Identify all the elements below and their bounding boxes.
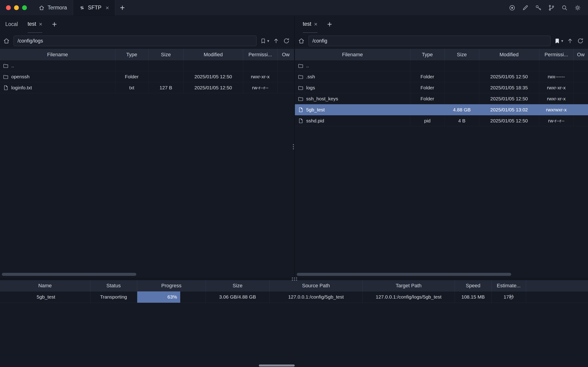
table-row[interactable]: logs Folder 2025/01/05 18:35 rwxr-xr-x [295,82,588,93]
refresh-button[interactable] [283,37,290,44]
permissions-cell: rwxr-xr-x [539,93,573,104]
size-cell [148,71,183,82]
bookmark-button[interactable]: ▾ [554,38,563,44]
owner-cell [573,93,588,104]
folder-icon [298,96,304,102]
close-tab-icon[interactable]: × [314,21,317,27]
type-cell: txt [115,82,148,93]
permissions-cell: rwxrwxr-x [539,104,573,115]
column-header-progress[interactable]: Progress [137,280,206,291]
key-icon [535,4,542,11]
bookmark-filled-icon [554,38,560,44]
right-pane-tabs: test × + [295,16,588,33]
gear-icon [574,4,581,11]
minimize-window-button[interactable] [14,5,19,10]
column-header-owner[interactable]: Ow [573,49,588,60]
refresh-button[interactable] [577,37,584,44]
column-header-filename[interactable]: Filename [295,49,410,60]
table-row[interactable]: sshd.pid pid 4 B 2025/01/05 12:50 rw-r--… [295,115,588,126]
filename-label: ssh_host_keys [306,96,338,101]
tab-sftp[interactable]: SFTP × [73,0,115,15]
branch-button[interactable] [547,4,555,12]
new-pane-tab-button[interactable]: + [52,16,57,33]
size-cell [444,60,479,71]
transfer-speed-cell: 108.15 MB [455,291,491,303]
tab-test-left[interactable]: test × [28,16,42,33]
home-button[interactable] [298,37,305,45]
refresh-icon [577,37,584,44]
column-header-estimate[interactable]: Estimate... [491,280,526,291]
close-tab-icon[interactable]: × [105,5,109,11]
parent-directory-button[interactable] [567,37,573,44]
record-button[interactable] [508,4,516,12]
table-row[interactable]: .ssh Folder 2025/01/05 12:50 rwx------ [295,71,588,82]
path-input[interactable] [308,36,551,46]
folder-icon [298,74,304,80]
search-button[interactable] [561,4,569,12]
table-row[interactable]: ssh_host_keys Folder 2025/01/05 12:50 rw… [295,93,588,104]
table-row[interactable]: .. [0,60,294,71]
table-row[interactable]: .. [295,60,588,71]
column-header-name[interactable]: Name [0,280,90,291]
path-input[interactable] [14,36,256,46]
splitter-drag-handle[interactable] [292,277,297,281]
new-window-tab-button[interactable]: + [115,0,129,15]
column-header-size[interactable]: Size [444,49,479,60]
column-header-size[interactable]: Size [148,49,183,60]
size-cell [444,82,479,93]
permissions-cell: rwx------ [539,71,573,82]
filename-label: .ssh [306,74,315,79]
column-header-speed[interactable]: Speed [455,280,491,291]
column-header-owner[interactable]: Ow [277,49,294,60]
column-header-type[interactable]: Type [410,49,444,60]
edit-button[interactable] [521,4,529,12]
transfer-source-cell: 127.0.0.1:/config/5gb_test [269,291,363,303]
close-window-button[interactable] [6,5,11,10]
modified-cell [183,60,243,71]
owner-cell [573,115,588,126]
column-header-modified[interactable]: Modified [183,49,243,60]
tab-local[interactable]: Local [5,16,18,33]
type-cell [410,104,444,115]
column-header-status[interactable]: Status [90,280,137,291]
table-row[interactable]: openssh Folder 2025/01/05 12:50 rwxr-xr-… [0,71,294,82]
bottom-scrollbar-thumb[interactable] [259,365,295,367]
parent-directory-button[interactable] [273,37,280,44]
type-cell: Folder [410,93,444,104]
transfer-empty-cell [526,291,588,303]
zoom-window-button[interactable] [22,5,27,10]
column-header-filename[interactable]: Filename [0,49,115,60]
column-header-type[interactable]: Type [115,49,148,60]
filename-label: 5gb_test [306,107,325,113]
table-row-selected[interactable]: 5gb_test 4.88 GB 2025/01/05 13:02 rwxrwx… [295,104,588,115]
transfer-name-cell: 5gb_test [0,291,90,303]
column-header-size[interactable]: Size [206,280,269,291]
column-header-permissions[interactable]: Permissi... [243,49,277,60]
home-button[interactable] [3,37,10,45]
tab-termora[interactable]: Termora [32,0,73,15]
column-header-source-path[interactable]: Source Path [269,280,363,291]
column-header-modified[interactable]: Modified [479,49,539,60]
transfer-row[interactable]: 5gb_test Transporting 63% 3.06 GB/4.88 G… [0,291,588,303]
settings-button[interactable] [574,4,581,12]
arrow-up-icon [567,37,573,44]
horizontal-scrollbar-thumb[interactable] [297,273,511,276]
column-header-permissions[interactable]: Permissi... [539,49,573,60]
file-icon [3,85,9,91]
type-cell: Folder [410,71,444,82]
column-header-empty [526,280,588,291]
table-row[interactable]: loginfo.txt txt 127 B 2025/01/05 12:50 r… [0,82,294,93]
permissions-cell [539,60,573,71]
folder-icon [3,74,9,80]
horizontal-splitter[interactable] [0,278,588,280]
tab-test-right[interactable]: test × [303,16,317,33]
close-tab-icon[interactable]: × [39,21,42,27]
column-header-target-path[interactable]: Target Path [363,280,455,291]
bookmark-button[interactable]: ▾ [260,38,269,44]
new-pane-tab-button[interactable]: + [327,16,332,33]
keys-button[interactable] [534,4,542,12]
chevron-down-icon[interactable]: ▾ [267,39,269,43]
horizontal-scrollbar-thumb[interactable] [2,273,136,276]
home-icon [38,5,45,11]
chevron-down-icon[interactable]: ▾ [561,39,563,43]
